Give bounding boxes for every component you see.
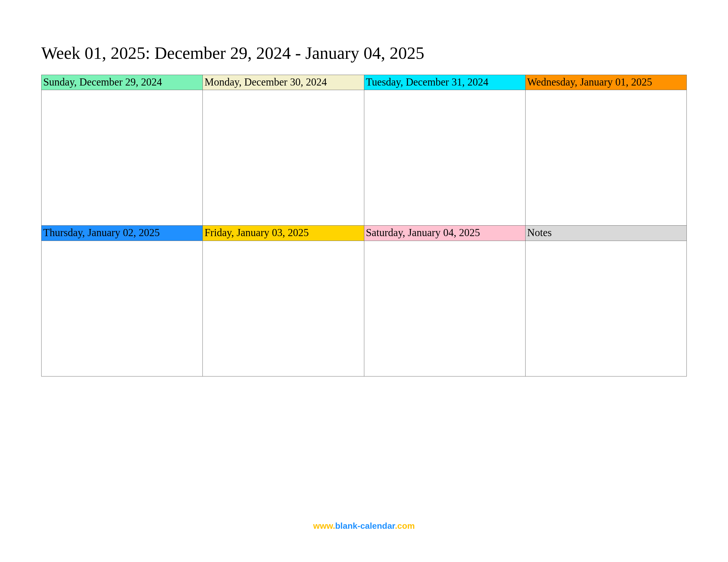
cell-wednesday: Wednesday, January 01, 2025 [525, 75, 686, 226]
day-body-thursday [42, 241, 202, 376]
day-body-tuesday [364, 90, 525, 225]
cell-thursday: Thursday, January 02, 2025 [42, 226, 203, 376]
calendar-page: Week 01, 2025: December 29, 2024 - Janua… [0, 0, 728, 562]
day-header-thursday: Thursday, January 02, 2025 [42, 226, 202, 241]
weekly-calendar-grid: Sunday, December 29, 2024 Monday, Decemb… [41, 75, 687, 376]
day-header-notes: Notes [526, 226, 686, 241]
cell-saturday: Saturday, January 04, 2025 [364, 226, 525, 376]
day-body-sunday [42, 90, 202, 225]
day-header-saturday: Saturday, January 04, 2025 [364, 226, 525, 241]
day-body-notes [526, 241, 686, 376]
day-header-friday: Friday, January 03, 2025 [203, 226, 364, 241]
footer-link-part-a: www. [313, 521, 335, 530]
cell-monday: Monday, December 30, 2024 [203, 75, 364, 226]
cell-friday: Friday, January 03, 2025 [203, 226, 364, 376]
footer-link[interactable]: www.blank-calendar.com [0, 521, 728, 531]
day-body-monday [203, 90, 364, 225]
day-body-friday [203, 241, 364, 376]
day-header-wednesday: Wednesday, January 01, 2025 [526, 75, 686, 90]
footer-link-part-c: .com [395, 521, 415, 530]
day-body-wednesday [526, 90, 686, 225]
footer-link-part-b: blank-calendar [335, 521, 395, 530]
day-body-saturday [364, 241, 525, 376]
day-header-tuesday: Tuesday, December 31, 2024 [364, 75, 525, 90]
cell-tuesday: Tuesday, December 31, 2024 [364, 75, 525, 226]
cell-notes: Notes [525, 226, 686, 376]
page-title: Week 01, 2025: December 29, 2024 - Janua… [41, 43, 687, 63]
cell-sunday: Sunday, December 29, 2024 [42, 75, 203, 226]
day-header-sunday: Sunday, December 29, 2024 [42, 75, 202, 90]
day-header-monday: Monday, December 30, 2024 [203, 75, 364, 90]
